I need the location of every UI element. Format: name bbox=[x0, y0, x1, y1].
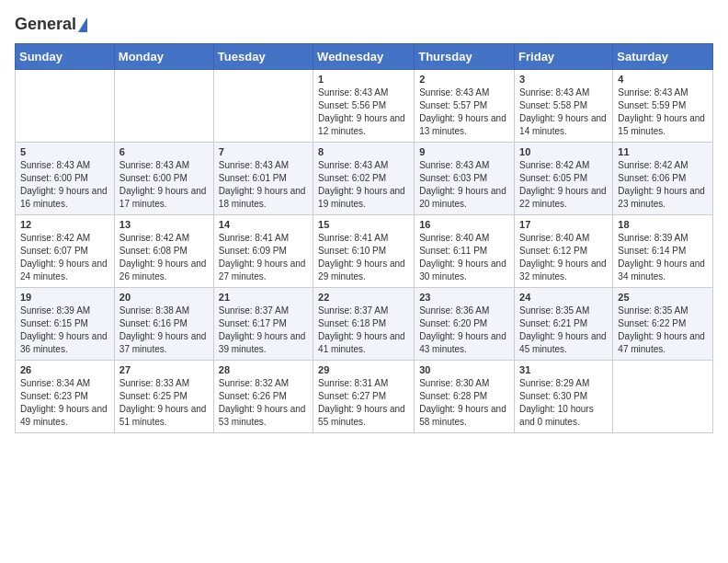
calendar-table: SundayMondayTuesdayWednesdayThursdayFrid… bbox=[15, 43, 713, 433]
calendar-cell bbox=[114, 70, 213, 143]
day-info: Sunrise: 8:37 AMSunset: 6:17 PMDaylight:… bbox=[219, 304, 308, 356]
calendar-cell: 2Sunrise: 8:43 AMSunset: 5:57 PMDaylight… bbox=[415, 70, 515, 143]
calendar-week-row: 26Sunrise: 8:34 AMSunset: 6:23 PMDayligh… bbox=[16, 361, 713, 433]
calendar-cell: 5Sunrise: 8:43 AMSunset: 6:00 PMDaylight… bbox=[16, 143, 115, 215]
calendar-cell: 3Sunrise: 8:43 AMSunset: 5:58 PMDaylight… bbox=[515, 70, 613, 143]
calendar-cell: 6Sunrise: 8:43 AMSunset: 6:00 PMDaylight… bbox=[114, 143, 213, 215]
day-info: Sunrise: 8:43 AMSunset: 5:59 PMDaylight:… bbox=[618, 86, 708, 138]
calendar-cell: 14Sunrise: 8:41 AMSunset: 6:09 PMDayligh… bbox=[213, 215, 313, 288]
calendar-cell: 7Sunrise: 8:43 AMSunset: 6:01 PMDaylight… bbox=[213, 143, 313, 215]
calendar-cell: 19Sunrise: 8:39 AMSunset: 6:15 PMDayligh… bbox=[16, 288, 115, 361]
day-info: Sunrise: 8:40 AMSunset: 6:12 PMDaylight:… bbox=[519, 232, 608, 283]
day-info: Sunrise: 8:42 AMSunset: 6:07 PMDaylight:… bbox=[20, 232, 109, 283]
day-info: Sunrise: 8:33 AMSunset: 6:25 PMDaylight:… bbox=[119, 377, 209, 429]
day-info: Sunrise: 8:41 AMSunset: 6:10 PMDaylight:… bbox=[318, 232, 409, 283]
day-number: 19 bbox=[20, 292, 109, 303]
day-number: 26 bbox=[20, 364, 109, 375]
day-of-week-header: Wednesday bbox=[313, 44, 415, 70]
day-info: Sunrise: 8:39 AMSunset: 6:14 PMDaylight:… bbox=[618, 232, 708, 283]
day-info: Sunrise: 8:42 AMSunset: 6:08 PMDaylight:… bbox=[119, 232, 209, 283]
day-number: 21 bbox=[219, 292, 308, 303]
calendar-cell: 1Sunrise: 8:43 AMSunset: 5:56 PMDaylight… bbox=[313, 70, 415, 143]
calendar-cell: 27Sunrise: 8:33 AMSunset: 6:25 PMDayligh… bbox=[114, 361, 213, 433]
calendar-cell: 9Sunrise: 8:43 AMSunset: 6:03 PMDaylight… bbox=[415, 143, 515, 215]
day-number: 2 bbox=[419, 74, 509, 85]
day-info: Sunrise: 8:35 AMSunset: 6:21 PMDaylight:… bbox=[519, 304, 608, 356]
calendar-week-row: 1Sunrise: 8:43 AMSunset: 5:56 PMDaylight… bbox=[16, 70, 713, 143]
day-info: Sunrise: 8:41 AMSunset: 6:09 PMDaylight:… bbox=[219, 232, 308, 283]
day-info: Sunrise: 8:43 AMSunset: 5:57 PMDaylight:… bbox=[419, 86, 509, 138]
day-number: 4 bbox=[618, 74, 708, 85]
day-info: Sunrise: 8:43 AMSunset: 6:03 PMDaylight:… bbox=[419, 159, 509, 211]
day-number: 9 bbox=[419, 146, 509, 157]
day-number: 17 bbox=[519, 219, 608, 230]
day-number: 23 bbox=[419, 292, 509, 303]
calendar-cell: 21Sunrise: 8:37 AMSunset: 6:17 PMDayligh… bbox=[213, 288, 313, 361]
day-info: Sunrise: 8:38 AMSunset: 6:16 PMDaylight:… bbox=[119, 304, 209, 356]
calendar-cell: 25Sunrise: 8:35 AMSunset: 6:22 PMDayligh… bbox=[613, 288, 713, 361]
day-number: 16 bbox=[419, 219, 509, 230]
day-number: 1 bbox=[318, 74, 409, 85]
day-number: 3 bbox=[519, 74, 608, 85]
day-info: Sunrise: 8:43 AMSunset: 5:56 PMDaylight:… bbox=[318, 86, 409, 138]
day-number: 24 bbox=[519, 292, 608, 303]
logo: General bbox=[15, 15, 87, 34]
calendar-cell: 17Sunrise: 8:40 AMSunset: 6:12 PMDayligh… bbox=[515, 215, 613, 288]
day-number: 27 bbox=[119, 364, 209, 375]
day-info: Sunrise: 8:42 AMSunset: 6:06 PMDaylight:… bbox=[618, 159, 708, 211]
day-number: 13 bbox=[119, 219, 209, 230]
calendar-cell: 28Sunrise: 8:32 AMSunset: 6:26 PMDayligh… bbox=[213, 361, 313, 433]
day-number: 5 bbox=[20, 146, 109, 157]
logo-general-text: General bbox=[15, 15, 76, 34]
day-of-week-header: Saturday bbox=[613, 44, 713, 70]
calendar-cell bbox=[613, 361, 713, 433]
day-of-week-header: Monday bbox=[114, 44, 213, 70]
day-of-week-header: Thursday bbox=[415, 44, 515, 70]
calendar-cell: 15Sunrise: 8:41 AMSunset: 6:10 PMDayligh… bbox=[313, 215, 415, 288]
day-number: 18 bbox=[618, 219, 708, 230]
day-info: Sunrise: 8:43 AMSunset: 6:00 PMDaylight:… bbox=[119, 159, 209, 211]
day-info: Sunrise: 8:30 AMSunset: 6:28 PMDaylight:… bbox=[419, 377, 509, 429]
day-of-week-header: Tuesday bbox=[213, 44, 313, 70]
calendar-week-row: 12Sunrise: 8:42 AMSunset: 6:07 PMDayligh… bbox=[16, 215, 713, 288]
calendar-cell: 31Sunrise: 8:29 AMSunset: 6:30 PMDayligh… bbox=[515, 361, 613, 433]
day-info: Sunrise: 8:35 AMSunset: 6:22 PMDaylight:… bbox=[618, 304, 708, 356]
day-number: 22 bbox=[318, 292, 409, 303]
day-info: Sunrise: 8:43 AMSunset: 6:02 PMDaylight:… bbox=[318, 159, 409, 211]
calendar-cell: 29Sunrise: 8:31 AMSunset: 6:27 PMDayligh… bbox=[313, 361, 415, 433]
calendar-cell: 22Sunrise: 8:37 AMSunset: 6:18 PMDayligh… bbox=[313, 288, 415, 361]
day-info: Sunrise: 8:40 AMSunset: 6:11 PMDaylight:… bbox=[419, 232, 509, 283]
day-info: Sunrise: 8:43 AMSunset: 5:58 PMDaylight:… bbox=[519, 86, 608, 138]
calendar-cell: 23Sunrise: 8:36 AMSunset: 6:20 PMDayligh… bbox=[415, 288, 515, 361]
calendar-cell: 30Sunrise: 8:30 AMSunset: 6:28 PMDayligh… bbox=[415, 361, 515, 433]
day-info: Sunrise: 8:42 AMSunset: 6:05 PMDaylight:… bbox=[519, 159, 608, 211]
day-info: Sunrise: 8:31 AMSunset: 6:27 PMDaylight:… bbox=[318, 377, 409, 429]
calendar-cell: 4Sunrise: 8:43 AMSunset: 5:59 PMDaylight… bbox=[613, 70, 713, 143]
logo-triangle-icon bbox=[78, 17, 87, 32]
day-number: 10 bbox=[519, 146, 608, 157]
day-number: 12 bbox=[20, 219, 109, 230]
calendar-cell: 20Sunrise: 8:38 AMSunset: 6:16 PMDayligh… bbox=[114, 288, 213, 361]
calendar-cell: 24Sunrise: 8:35 AMSunset: 6:21 PMDayligh… bbox=[515, 288, 613, 361]
calendar-cell: 11Sunrise: 8:42 AMSunset: 6:06 PMDayligh… bbox=[613, 143, 713, 215]
calendar-header-row: SundayMondayTuesdayWednesdayThursdayFrid… bbox=[16, 44, 713, 70]
day-info: Sunrise: 8:39 AMSunset: 6:15 PMDaylight:… bbox=[20, 304, 109, 356]
day-number: 20 bbox=[119, 292, 209, 303]
calendar-cell: 8Sunrise: 8:43 AMSunset: 6:02 PMDaylight… bbox=[313, 143, 415, 215]
day-of-week-header: Friday bbox=[515, 44, 613, 70]
day-number: 29 bbox=[318, 364, 409, 375]
day-number: 31 bbox=[519, 364, 608, 375]
day-info: Sunrise: 8:34 AMSunset: 6:23 PMDaylight:… bbox=[20, 377, 109, 429]
calendar-cell: 13Sunrise: 8:42 AMSunset: 6:08 PMDayligh… bbox=[114, 215, 213, 288]
calendar-cell: 10Sunrise: 8:42 AMSunset: 6:05 PMDayligh… bbox=[515, 143, 613, 215]
day-number: 15 bbox=[318, 219, 409, 230]
day-number: 28 bbox=[219, 364, 308, 375]
calendar-cell: 12Sunrise: 8:42 AMSunset: 6:07 PMDayligh… bbox=[16, 215, 115, 288]
day-number: 30 bbox=[419, 364, 509, 375]
calendar-cell: 16Sunrise: 8:40 AMSunset: 6:11 PMDayligh… bbox=[415, 215, 515, 288]
day-info: Sunrise: 8:43 AMSunset: 6:00 PMDaylight:… bbox=[20, 159, 109, 211]
day-number: 7 bbox=[219, 146, 308, 157]
calendar-cell: 18Sunrise: 8:39 AMSunset: 6:14 PMDayligh… bbox=[613, 215, 713, 288]
page-header: General bbox=[15, 15, 713, 34]
day-number: 6 bbox=[119, 146, 209, 157]
